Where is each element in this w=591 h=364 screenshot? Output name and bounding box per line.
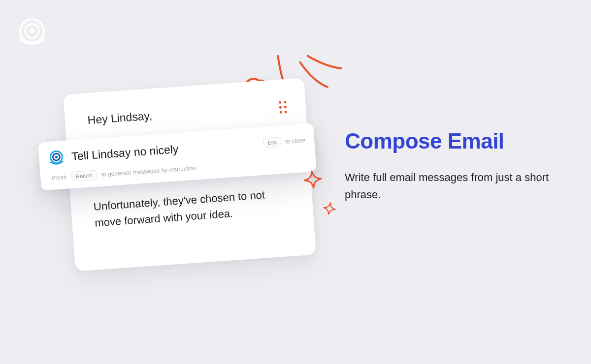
generate-hint-label: to generate messages by instruction — [101, 164, 196, 178]
return-key-badge: Return — [71, 170, 97, 182]
email-greeting: Hey Lindsay, — [87, 100, 284, 127]
app-swirl-icon — [47, 149, 65, 166]
headline: Compose Email — [345, 129, 552, 154]
email-body: Unfortunately, they've chosen to not mov… — [93, 185, 291, 231]
esc-key-badge: Ecs — [263, 137, 282, 148]
drag-handle-icon[interactable] — [279, 101, 288, 114]
prompt-input[interactable]: Tell Lindsay no nicely — [71, 137, 257, 163]
illustration-stage: Hey Lindsay, Unfortunately, they've chos… — [54, 86, 320, 293]
svg-point-2 — [30, 29, 34, 33]
close-hint-label: to close — [285, 137, 305, 145]
svg-point-5 — [55, 155, 58, 158]
subhead: Write full email messages from just a sh… — [345, 169, 552, 203]
marketing-copy: Compose Email Write full email messages … — [345, 129, 552, 203]
sparkle-icon — [302, 169, 324, 190]
close-hint: Ecs to close — [263, 135, 306, 148]
press-label: Press — [51, 174, 67, 182]
brand-logo — [15, 15, 49, 49]
sparkle-icon — [322, 201, 337, 216]
